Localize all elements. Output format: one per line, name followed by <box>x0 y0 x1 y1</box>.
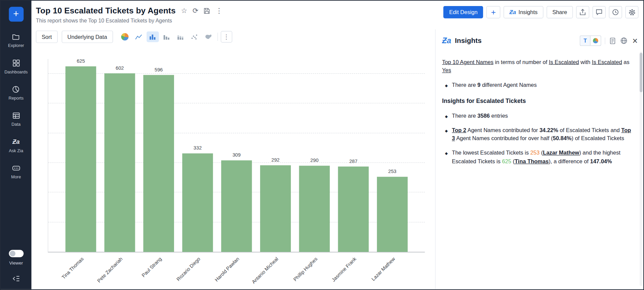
bar[interactable] <box>299 166 330 252</box>
pie-chart-icon[interactable] <box>118 32 131 42</box>
bar-value-label: 253 <box>373 169 412 174</box>
favorite-star-icon[interactable]: ☆ <box>181 7 187 14</box>
diamond-bullet-icon: ◆ <box>445 151 448 165</box>
scrollbar-thumb[interactable] <box>640 53 643 93</box>
sidebar-item-label: Reports <box>8 96 23 101</box>
insight-text: Top 2 Agent Names contributed for 34.22%… <box>452 126 635 143</box>
sidebar-item-ask-zia[interactable]: Ƶa Ask Zia <box>9 138 23 153</box>
sidebar-item-more[interactable]: More <box>11 164 21 179</box>
insights-text-view-button[interactable]: T <box>580 36 591 45</box>
zia-icon: Ƶa <box>509 9 516 15</box>
bar-value-label: 287 <box>334 159 373 164</box>
insights-button[interactable]: Ƶa Insights <box>504 6 544 18</box>
export-icon[interactable] <box>576 6 589 18</box>
reports-pie-icon <box>12 85 20 93</box>
line-chart-icon[interactable] <box>133 32 145 42</box>
bar-chart: 625Tina Thomas602Pete Zachariah596Paul S… <box>31 46 435 289</box>
refresh-icon[interactable]: ⟳ <box>192 7 198 14</box>
globe-icon[interactable] <box>620 37 628 45</box>
sidebar-item-reports[interactable]: Reports <box>8 85 23 100</box>
content-area: Top 10 Escalated Tickets by Agents ☆ ⟳ ⋮… <box>31 1 643 289</box>
bar[interactable] <box>182 153 213 252</box>
page-title: Top 10 Escalated Tickets by Agents <box>36 6 175 15</box>
bar[interactable] <box>260 165 291 252</box>
diamond-bullet-icon: ◆ <box>445 128 448 143</box>
insights-section-heading: Insights for Escalated Tickets <box>442 97 635 106</box>
x-axis-label: Paul Strang <box>141 256 163 278</box>
viewport: + Explorer Dashboards Reports <box>1 1 643 289</box>
alerts-icon[interactable] <box>609 6 622 18</box>
bar[interactable] <box>65 66 96 252</box>
comments-icon[interactable] <box>592 6 606 18</box>
sidebar-item-explorer[interactable]: Explorer <box>8 33 24 48</box>
bar[interactable] <box>221 160 252 252</box>
map-chart-icon[interactable] <box>202 32 215 42</box>
toggle-knob <box>9 251 15 256</box>
insights-chart-view-button[interactable] <box>590 36 601 45</box>
insights-panel-title: Insights <box>455 37 482 45</box>
sidebar-item-label: More <box>11 174 21 179</box>
chart-type-strip: ⋮ <box>118 31 232 43</box>
sidebar-item-label: Explorer <box>8 43 24 48</box>
stacked-bar-chart-icon[interactable] <box>174 32 187 42</box>
settings-gear-icon[interactable] <box>625 6 638 18</box>
bar-column: 596Paul Strang <box>139 59 178 252</box>
sort-button[interactable]: Sort <box>36 31 58 43</box>
insights-view-toggle: T <box>580 36 601 46</box>
bar-column: 332Rozario Diego <box>178 59 217 252</box>
share-button[interactable]: Share <box>547 6 573 18</box>
insight-text: The lowest Escalated Tickets is 253 (Laz… <box>452 149 635 166</box>
explorer-folder-icon <box>12 33 20 41</box>
close-insights-icon[interactable]: × <box>632 36 638 45</box>
insights-panel: Ƶa Insights T <box>435 30 643 289</box>
bar-value-label: 602 <box>100 65 139 71</box>
app-window: + Explorer Dashboards Reports <box>0 0 644 290</box>
x-axis-label: Jasmine Frank <box>331 256 357 283</box>
add-button[interactable]: + <box>487 6 500 18</box>
report-description: This report shows the Top 10 Escalated T… <box>36 17 223 23</box>
sidebar: + Explorer Dashboards Reports <box>1 1 31 289</box>
create-new-button[interactable]: + <box>9 7 23 21</box>
insights-content: Top 10 Agent Names in terms of number of… <box>435 50 643 166</box>
sidebar-item-data[interactable]: Data <box>11 112 20 127</box>
edit-design-button[interactable]: Edit Design <box>444 6 483 18</box>
bar[interactable] <box>377 177 408 252</box>
bar-column: 309Harold Pawlan <box>217 59 256 252</box>
sidebar-item-dashboards[interactable]: Dashboards <box>4 59 27 74</box>
bar-column: 602Pete Zachariah <box>100 59 139 252</box>
diamond-bullet-icon: ◆ <box>445 114 448 120</box>
x-axis-label: Pete Zachariah <box>96 256 124 284</box>
diamond-bullet-icon: ◆ <box>445 83 448 90</box>
viewer-label: Viewer <box>9 260 23 266</box>
collapse-sidebar-icon[interactable] <box>12 275 20 283</box>
panel-scrollbar[interactable] <box>640 52 643 286</box>
bar-value-label: 596 <box>139 67 178 72</box>
chart-plot: 625Tina Thomas602Pete Zachariah596Paul S… <box>48 59 425 252</box>
scatter-chart-icon[interactable] <box>188 32 200 42</box>
x-axis-label: Rozario Diego <box>176 256 202 282</box>
bar-value-label: 292 <box>256 157 295 163</box>
bar-value-label: 625 <box>61 58 100 64</box>
title-more-options-icon[interactable]: ⋮ <box>216 7 223 14</box>
bar[interactable] <box>143 75 174 252</box>
bar-chart-alt-icon[interactable] <box>160 32 173 42</box>
bar-chart-icon-selected[interactable] <box>146 32 159 42</box>
data-table-icon <box>12 112 20 120</box>
insights-panel-header: Ƶa Insights T <box>435 30 643 50</box>
more-ellipsis-icon <box>12 164 20 172</box>
sidebar-item-label: Ask Zia <box>9 148 23 153</box>
bar[interactable] <box>338 167 369 252</box>
x-axis-label: Antanio Micheal <box>251 256 279 285</box>
x-axis-label: Tina Thomas <box>61 256 85 280</box>
viewer-mode-toggle[interactable] <box>9 250 23 257</box>
document-icon[interactable] <box>609 37 616 44</box>
chart-toolbar: Sort Underlying Data <box>31 30 435 46</box>
bar-value-label: 332 <box>178 145 217 151</box>
insight-item: ◆ The lowest Escalated Tickets is 253 (L… <box>442 149 635 166</box>
bar-column: 290Phillip Hughes <box>295 59 334 252</box>
sidebar-bottom: Viewer <box>1 250 31 289</box>
bar[interactable] <box>104 73 135 252</box>
chart-more-options-icon[interactable]: ⋮ <box>221 31 232 43</box>
underlying-data-button[interactable]: Underlying Data <box>62 31 113 43</box>
save-icon[interactable] <box>204 7 211 14</box>
